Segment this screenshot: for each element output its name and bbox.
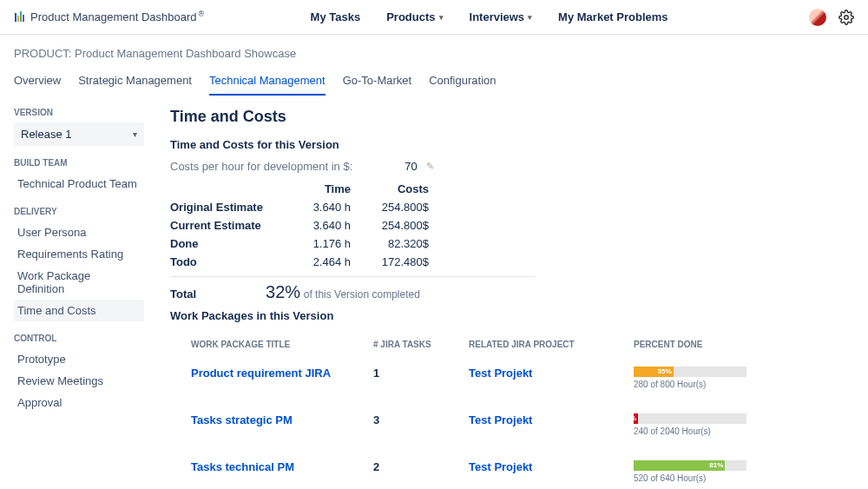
progress-detail: 520 of 640 Hour(s) xyxy=(634,473,746,483)
breadcrumb: PRODUCT: Product Management Dashboard Sh… xyxy=(0,35,868,69)
progress-bar: 35% xyxy=(634,367,746,377)
nav-interviews[interactable]: Interviews▾ xyxy=(470,10,533,23)
topbar: Product Management Dashboard® My Tasks P… xyxy=(0,0,868,35)
row-done: Done 1.176 h 82.320$ xyxy=(170,235,439,253)
logo-text: Product Management Dashboard® xyxy=(30,10,204,23)
nav-my-market-problems[interactable]: My Market Problems xyxy=(558,10,667,23)
sidebar-build-team-label: BUILD TEAM xyxy=(14,158,144,168)
work-package-title-link[interactable]: Tasks strategic PM xyxy=(191,413,293,426)
sidebar-item-requirements-rating[interactable]: Requirements Rating xyxy=(14,243,144,265)
gear-icon[interactable] xyxy=(838,10,854,25)
svg-rect-3 xyxy=(23,15,24,22)
progress-detail: 240 of 2040 Hour(s) xyxy=(634,426,746,436)
nav-my-tasks[interactable]: My Tasks xyxy=(311,10,361,23)
tab-strategic-management[interactable]: Strategic Management xyxy=(78,69,192,96)
col-wp-percent-done: PERCENT DONE xyxy=(634,340,854,349)
chevron-down-icon: ▾ xyxy=(439,13,444,22)
chevron-down-icon: ▾ xyxy=(528,13,532,22)
work-package-title-link[interactable]: Tasks technical PM xyxy=(191,460,294,473)
total-label: Total xyxy=(170,287,196,301)
percent-done-wrap: 81% 520 of 640 Hour(s) xyxy=(634,460,746,483)
user-avatar[interactable] xyxy=(809,9,826,26)
work-package-project-link[interactable]: Test Projekt xyxy=(469,460,532,473)
svg-rect-0 xyxy=(15,13,16,22)
sidebar: VERSION Release 1 ▾ BUILD TEAM Technical… xyxy=(14,96,144,489)
sidebar-item-review-meetings[interactable]: Review Meetings xyxy=(14,370,144,392)
tab-overview[interactable]: Overview xyxy=(14,69,61,96)
page-tabs: Overview Strategic Management Technical … xyxy=(0,69,868,96)
work-package-row: Tasks technical PM 2 Test Projekt 81% 52… xyxy=(170,448,854,489)
progress-detail: 280 of 800 Hour(s) xyxy=(634,380,746,389)
work-package-row: Product requirement JIRA 1 Test Projekt … xyxy=(170,354,854,401)
sidebar-version-label: VERSION xyxy=(14,108,144,117)
cost-per-hour-label: Costs per hour for development in $: xyxy=(170,160,352,173)
work-package-task-count: 3 xyxy=(373,413,469,426)
sidebar-item-prototype[interactable]: Prototype xyxy=(14,348,144,370)
divider xyxy=(170,276,535,277)
col-wp-project: RELATED JIRA PROJECT xyxy=(469,340,634,349)
progress-percent: 1% xyxy=(627,413,637,424)
page-title: Time and Costs xyxy=(170,108,854,126)
version-select-value: Release 1 xyxy=(21,128,72,141)
percent-done-wrap: 35% 280 of 800 Hour(s) xyxy=(634,367,746,389)
sidebar-item-work-package-definition[interactable]: Work Package Definition xyxy=(14,265,144,300)
col-wp-tasks: # JIRA TASKS xyxy=(373,340,469,349)
section-work-packages: Work Packages in this Version xyxy=(170,309,854,322)
work-package-task-count: 1 xyxy=(373,367,469,380)
percent-done-wrap: 1% 240 of 2040 Hour(s) xyxy=(634,413,746,436)
tab-configuration[interactable]: Configuration xyxy=(429,69,496,96)
work-package-row: Tasks strategic PM 3 Test Projekt 1% 240… xyxy=(170,401,854,448)
col-costs: Costs xyxy=(361,180,439,198)
work-package-project-link[interactable]: Test Projekt xyxy=(469,413,532,426)
nav-products[interactable]: Products▾ xyxy=(386,10,443,23)
section-time-costs-version: Time and Costs for this Version xyxy=(170,138,854,151)
col-wp-title: WORK PACKAGE TITLE xyxy=(191,340,373,349)
work-package-table: WORK PACKAGE TITLE # JIRA TASKS RELATED … xyxy=(170,331,854,489)
estimate-table: Time Costs Original Estimate 3.640 h 254… xyxy=(170,180,439,271)
progress-bar: 1% xyxy=(634,413,746,424)
cost-per-hour-row: Costs per hour for development in $: 70 … xyxy=(170,160,854,173)
pencil-icon[interactable]: ✎ xyxy=(426,161,434,172)
work-package-header: WORK PACKAGE TITLE # JIRA TASKS RELATED … xyxy=(170,331,854,354)
sidebar-item-time-and-costs[interactable]: Time and Costs xyxy=(14,300,144,321)
work-package-title-link[interactable]: Product requirement JIRA xyxy=(191,367,331,380)
row-original-estimate: Original Estimate 3.640 h 254.800$ xyxy=(170,198,439,216)
sidebar-item-user-persona[interactable]: User Persona xyxy=(14,221,144,243)
total-row: Total 32% of this Version completed xyxy=(170,282,854,302)
tab-go-to-market[interactable]: Go-To-Market xyxy=(343,69,411,96)
sidebar-item-approval[interactable]: Approval xyxy=(14,392,144,413)
sidebar-control-label: CONTROL xyxy=(14,334,144,343)
sidebar-item-technical-product-team[interactable]: Technical Product Team xyxy=(14,173,144,195)
work-package-task-count: 2 xyxy=(373,460,469,473)
version-select[interactable]: Release 1 ▾ xyxy=(14,122,144,146)
top-nav: My Tasks Products▾ Interviews▾ My Market… xyxy=(239,10,740,23)
svg-rect-2 xyxy=(20,11,22,22)
content: Time and Costs Time and Costs for this V… xyxy=(144,96,854,489)
topbar-right xyxy=(809,9,854,26)
percent-complete: 32% xyxy=(266,282,300,301)
sidebar-delivery-label: DELIVERY xyxy=(14,207,144,216)
row-current-estimate: Current Estimate 3.640 h 254.800$ xyxy=(170,216,439,235)
tab-technical-management[interactable]: Technical Management xyxy=(209,69,326,96)
progress-bar: 81% xyxy=(634,460,746,471)
svg-rect-1 xyxy=(17,16,19,22)
chevron-down-icon: ▾ xyxy=(133,129,137,139)
work-package-project-link[interactable]: Test Projekt xyxy=(469,367,532,380)
logo-icon xyxy=(14,10,26,23)
svg-point-4 xyxy=(845,15,849,19)
cost-per-hour-value: 70 xyxy=(404,160,417,173)
percent-complete-label: of this Version completed xyxy=(304,288,420,301)
row-todo: Todo 2.464 h 172.480$ xyxy=(170,253,439,271)
col-time: Time xyxy=(283,180,361,198)
progress-percent: 35% xyxy=(657,367,671,377)
logo[interactable]: Product Management Dashboard® xyxy=(14,10,204,23)
progress-percent: 81% xyxy=(709,460,723,471)
main: VERSION Release 1 ▾ BUILD TEAM Technical… xyxy=(0,96,868,489)
